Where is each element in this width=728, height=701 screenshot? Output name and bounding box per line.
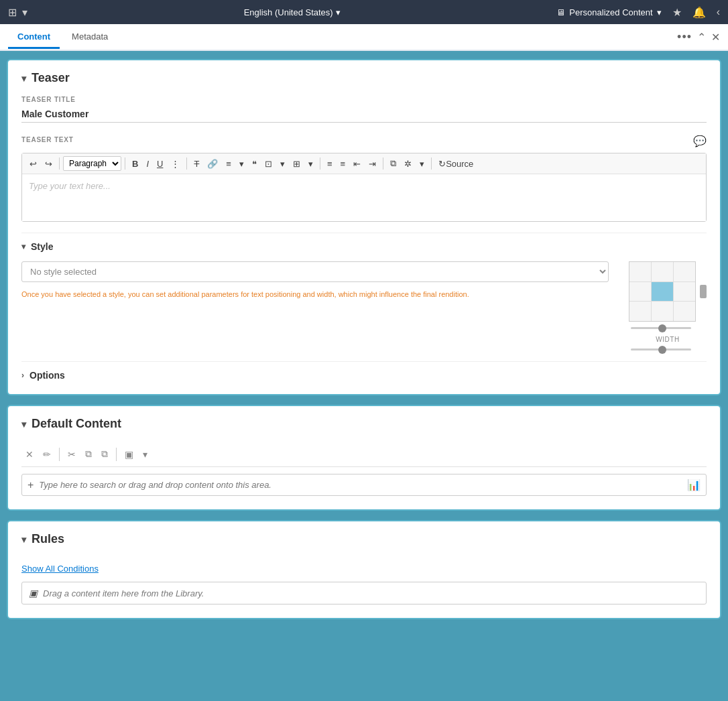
- dc-separator-2: [116, 448, 117, 461]
- unordered-list-button[interactable]: ≡: [337, 157, 349, 171]
- undo-button[interactable]: ↩: [26, 157, 40, 171]
- show-all-conditions-link[interactable]: Show All Conditions: [21, 564, 99, 574]
- default-content-card: ▾ Default Content ✕ ✏ ✂ ⧉ ⧉ ▣ ▾ + 📊: [7, 405, 721, 511]
- tab-bar-right: ••• ⌃ ✕: [677, 30, 720, 44]
- options-header[interactable]: › Options: [21, 370, 707, 381]
- tab-close-icon[interactable]: ✕: [711, 31, 720, 44]
- drag-content-placeholder: Drag a content item here from the Librar…: [43, 588, 204, 598]
- dc-cut-button[interactable]: ✂: [64, 446, 80, 462]
- top-bar-right: 🖥 Personalized Content ▾ ★ 🔔 ‹: [556, 6, 720, 19]
- teaser-chevron-icon: ▾: [21, 73, 26, 84]
- clear-format-button[interactable]: T: [190, 157, 202, 171]
- grid-cell-9: [674, 302, 695, 321]
- outdent-button[interactable]: ⇥: [365, 157, 379, 171]
- personalized-dropdown-icon[interactable]: ▾: [657, 7, 662, 17]
- style-title: Style: [31, 241, 53, 252]
- teaser-text-field: TEASER TEXT 💬 ↩ ↪ Paragraph B I U ⋮: [21, 135, 707, 222]
- underline-button[interactable]: U: [154, 157, 166, 171]
- language-selector[interactable]: English (United States) ▾: [244, 7, 341, 17]
- rte-content-area[interactable]: Type your text here...: [22, 174, 706, 221]
- blockquote-button[interactable]: ❝: [249, 157, 260, 171]
- teaser-title: Teaser: [32, 71, 70, 85]
- tab-up-icon[interactable]: ⌃: [697, 31, 706, 44]
- language-label: English (United States): [244, 7, 333, 17]
- slider-2-container: [631, 348, 705, 350]
- embed-button[interactable]: ⊡: [261, 157, 276, 171]
- teaser-text-label: TEASER TEXT: [21, 136, 74, 143]
- align-button[interactable]: ≡: [223, 157, 235, 171]
- drag-content-row: ▣ Drag a content item here from the Libr…: [21, 582, 707, 604]
- default-content-header[interactable]: ▾ Default Content: [21, 417, 707, 431]
- slider-1-container: [631, 327, 705, 329]
- dropdown-icon[interactable]: ▾: [22, 6, 27, 19]
- source-button[interactable]: ↻ Source: [435, 157, 477, 171]
- rte-comment-icon[interactable]: 💬: [693, 135, 707, 147]
- bold-button[interactable]: B: [129, 157, 141, 171]
- options-title: Options: [29, 370, 65, 381]
- special-dropdown-button[interactable]: ▾: [416, 157, 428, 171]
- more-formatting-button[interactable]: ⋮: [168, 157, 183, 171]
- style-chevron-icon: ▾: [21, 242, 25, 251]
- copy-format-button[interactable]: ⧉: [387, 156, 400, 171]
- source-icon: ↻: [438, 159, 446, 169]
- table-dropdown-button[interactable]: ▾: [305, 157, 316, 171]
- dc-separator-1: [59, 448, 60, 461]
- bell-icon[interactable]: 🔔: [692, 6, 706, 19]
- main-content: ▾ Teaser TEASER TITLE TEASER TEXT 💬 ↩ ↪ …: [0, 51, 728, 701]
- dc-paste-button[interactable]: ⧉: [97, 446, 112, 462]
- style-right-panel: WIDTH: [629, 261, 707, 350]
- source-label: Source: [446, 159, 473, 169]
- grid-cell-6: [674, 282, 695, 302]
- table-button[interactable]: ⊞: [290, 157, 304, 171]
- tab-metadata[interactable]: Metadata: [62, 26, 117, 49]
- rte-placeholder: Type your text here...: [29, 181, 111, 191]
- rules-chevron-icon: ▾: [21, 534, 26, 545]
- toolbar-separator-6: [431, 157, 432, 170]
- style-content: No style selected Once you have selected…: [21, 261, 707, 350]
- ordered-list-button[interactable]: ≡: [324, 157, 336, 171]
- star-icon[interactable]: ★: [672, 6, 682, 19]
- teaser-title-input[interactable]: [21, 106, 707, 123]
- personalized-text: Personalized Content: [569, 7, 652, 17]
- style-section: ▾ Style No style selected Once you have …: [21, 233, 707, 350]
- top-bar: ⊞ ▾ English (United States) ▾ 🖥 Personal…: [0, 0, 728, 24]
- width-label: WIDTH: [656, 336, 679, 343]
- default-content-toolbar: ✕ ✏ ✂ ⧉ ⧉ ▣ ▾: [21, 442, 707, 467]
- embed-dropdown-button[interactable]: ▾: [277, 157, 288, 171]
- teaser-section-header[interactable]: ▾ Teaser: [21, 71, 707, 85]
- redo-button[interactable]: ↪: [42, 157, 56, 171]
- indent-button[interactable]: ⇤: [350, 157, 364, 171]
- dc-close-button[interactable]: ✕: [21, 446, 38, 462]
- tab-content[interactable]: Content: [8, 26, 60, 49]
- dc-insert-button[interactable]: ▣: [121, 446, 137, 462]
- align-dropdown-button[interactable]: ▾: [236, 157, 247, 171]
- toolbar-separator-2: [125, 157, 125, 170]
- dc-search-input[interactable]: [39, 480, 682, 490]
- default-content-title: Default Content: [32, 417, 121, 431]
- rules-header[interactable]: ▾ Rules: [21, 532, 707, 546]
- dc-insert-dropdown-button[interactable]: ▾: [139, 446, 151, 462]
- slider-1-thumb[interactable]: [658, 324, 666, 332]
- paragraph-select[interactable]: Paragraph: [63, 156, 121, 171]
- style-section-header[interactable]: ▾ Style: [21, 241, 707, 252]
- tab-more-icon[interactable]: •••: [677, 30, 692, 44]
- link-button[interactable]: 🔗: [204, 157, 221, 171]
- italic-button[interactable]: I: [143, 157, 152, 171]
- slider-2-thumb[interactable]: [658, 346, 666, 354]
- dc-search-row: + 📊: [21, 474, 707, 496]
- dc-chart-icon: 📊: [687, 479, 701, 491]
- grid-icon[interactable]: ⊞: [8, 6, 17, 19]
- layout-grid-preview[interactable]: [629, 261, 696, 322]
- back-icon[interactable]: ‹: [717, 6, 720, 18]
- tab-bar: Content Metadata ••• ⌃ ✕: [0, 24, 728, 51]
- slider-1-track: [631, 327, 691, 329]
- special-button[interactable]: ✲: [401, 157, 415, 171]
- style-select[interactable]: No style selected: [21, 261, 609, 282]
- toolbar-separator-5: [383, 157, 383, 170]
- rules-content: Show All Conditions ▣ Drag a content ite…: [21, 557, 707, 604]
- personalized-content-label[interactable]: 🖥 Personalized Content ▾: [556, 7, 661, 17]
- dc-copy-button[interactable]: ⧉: [81, 446, 96, 462]
- language-dropdown-icon[interactable]: ▾: [336, 7, 341, 17]
- dc-edit-button[interactable]: ✏: [39, 446, 55, 462]
- position-handle[interactable]: [700, 285, 707, 298]
